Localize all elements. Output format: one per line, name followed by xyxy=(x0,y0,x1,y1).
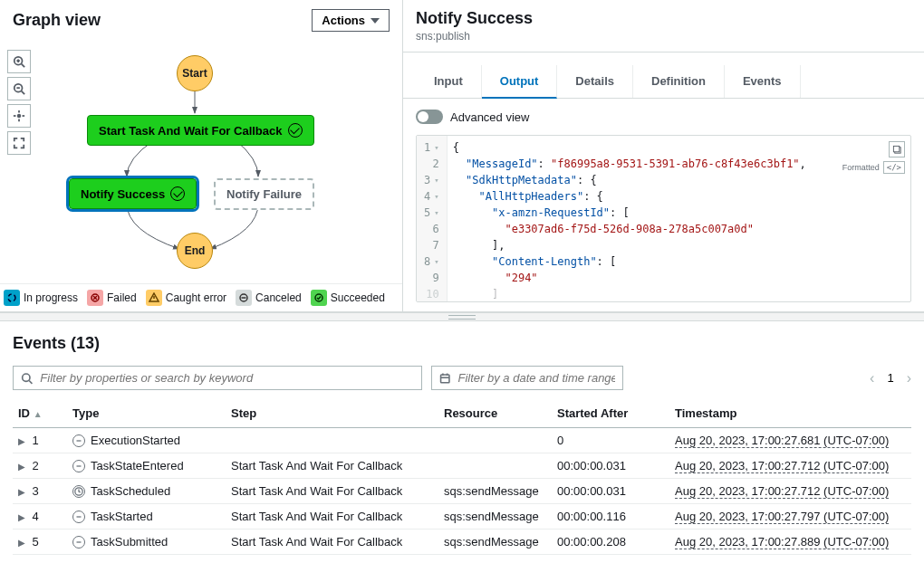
in-progress-icon xyxy=(4,290,20,306)
next-page-button[interactable]: › xyxy=(907,370,911,386)
event-resource: sqs:sendMessage xyxy=(438,479,552,504)
events-title: Events (13) xyxy=(13,334,911,353)
svg-rect-24 xyxy=(893,146,899,151)
svg-point-7 xyxy=(18,115,21,118)
expand-icon[interactable]: ▶ xyxy=(18,462,25,472)
event-type: TaskStateEntered xyxy=(91,459,184,472)
node-notify-success[interactable]: Notify Success xyxy=(69,178,197,209)
tab-output[interactable]: Output xyxy=(482,65,558,99)
node-task-callback[interactable]: Start Task And Wait For Callback xyxy=(87,115,314,146)
event-started: 0 xyxy=(552,428,669,453)
event-timestamp[interactable]: Aug 20, 2023, 17:00:27.797 (UTC-07:00) xyxy=(675,510,889,524)
table-row[interactable]: ▶ 1ExecutionStarted0Aug 20, 2023, 17:00:… xyxy=(13,428,911,453)
svg-line-1 xyxy=(22,64,25,68)
event-timestamp[interactable]: Aug 20, 2023, 17:00:27.889 (UTC-07:00) xyxy=(675,535,889,549)
filter-search[interactable] xyxy=(13,366,422,390)
tab-input[interactable]: Input xyxy=(416,65,482,98)
event-type: TaskSubmitted xyxy=(91,535,168,549)
svg-point-25 xyxy=(23,374,30,381)
event-timestamp[interactable]: Aug 20, 2023, 17:00:27.712 (UTC-07:00) xyxy=(675,459,889,473)
node-end[interactable]: End xyxy=(177,233,213,269)
panel-resizer[interactable] xyxy=(0,312,924,321)
event-started: 00:00:00.116 xyxy=(552,504,669,530)
event-step: Start Task And Wait For Callback xyxy=(226,530,438,555)
success-check-icon xyxy=(288,123,303,138)
event-started: 00:00:00.208 xyxy=(552,530,669,555)
graph-title: Graph view xyxy=(13,11,101,30)
expand-icon[interactable]: ▶ xyxy=(18,436,25,446)
prev-page-button[interactable]: ‹ xyxy=(870,370,874,386)
col-id[interactable]: ID xyxy=(18,406,30,420)
sort-icon: ▲ xyxy=(34,409,43,419)
event-step: Start Task And Wait For Callback xyxy=(226,504,438,530)
filter-date[interactable] xyxy=(431,366,623,390)
table-row[interactable]: ▶ 5TaskSubmittedStart Task And Wait For … xyxy=(13,530,911,555)
tab-details[interactable]: Details xyxy=(557,65,633,98)
page-number: 1 xyxy=(887,371,893,385)
event-started: 00:00:00.031 xyxy=(552,453,669,479)
col-type[interactable]: Type xyxy=(67,399,226,428)
event-type-icon xyxy=(72,536,85,549)
caught-icon xyxy=(146,290,162,306)
expand-icon[interactable]: ▶ xyxy=(18,487,25,497)
output-code: Formatted</> 1 ▾23 ▾4 ▾5 ▾678 ▾910 { "Me… xyxy=(416,135,911,302)
event-resource xyxy=(438,453,552,479)
filter-input[interactable] xyxy=(40,371,414,385)
node-start[interactable]: Start xyxy=(177,55,213,91)
table-row[interactable]: ▶ 4TaskStartedStart Task And Wait For Ca… xyxy=(13,504,911,530)
event-resource: sqs:sendMessage xyxy=(438,504,552,530)
zoom-out-button[interactable] xyxy=(7,77,31,100)
advanced-view-label: Advanced view xyxy=(450,110,529,124)
event-started: 00:00:00.031 xyxy=(552,479,669,504)
succeeded-icon xyxy=(311,290,327,306)
center-button[interactable] xyxy=(7,104,31,128)
formatted-label: Formatted</> xyxy=(842,161,905,174)
event-type: TaskStarted xyxy=(91,510,153,523)
event-type-icon xyxy=(72,434,85,447)
detail-title: Notify Success xyxy=(416,9,911,28)
svg-line-26 xyxy=(29,380,32,383)
event-step xyxy=(226,428,438,453)
expand-icon[interactable]: ▶ xyxy=(18,538,25,548)
pager: ‹ 1 › xyxy=(870,370,911,386)
search-icon xyxy=(21,372,33,385)
col-resource[interactable]: Resource xyxy=(438,399,552,428)
events-table: ID ▲ Type Step Resource Started After Ti… xyxy=(13,399,911,555)
fullscreen-button[interactable] xyxy=(7,131,31,155)
actions-button[interactable]: Actions xyxy=(312,9,390,32)
event-timestamp[interactable]: Aug 20, 2023, 17:00:27.712 (UTC-07:00) xyxy=(675,484,889,499)
expand-icon[interactable]: ▶ xyxy=(18,512,25,522)
events-section: Events (13) ‹ 1 › ID ▲ Type Step Resourc… xyxy=(0,321,924,563)
svg-line-5 xyxy=(22,91,25,95)
zoom-in-button[interactable] xyxy=(7,50,31,73)
canceled-icon xyxy=(236,290,252,306)
event-step: Start Task And Wait For Callback xyxy=(226,453,438,479)
event-step: Start Task And Wait For Callback xyxy=(226,479,438,504)
svg-point-14 xyxy=(8,294,15,301)
date-input[interactable] xyxy=(458,371,615,385)
success-check-icon xyxy=(170,186,185,201)
copy-button[interactable] xyxy=(889,141,905,157)
tabs: Input Output Details Definition Events xyxy=(403,65,924,99)
legend: In progress Failed Caught error Canceled… xyxy=(0,283,402,311)
advanced-view-toggle[interactable] xyxy=(416,110,443,124)
tab-definition[interactable]: Definition xyxy=(633,65,725,98)
event-type-icon xyxy=(72,485,85,498)
detail-subtitle: sns:publish xyxy=(416,30,911,43)
event-type-icon xyxy=(72,460,85,472)
svg-rect-27 xyxy=(441,375,449,383)
event-type: TaskScheduled xyxy=(91,484,170,498)
col-started[interactable]: Started After xyxy=(552,399,669,428)
col-step[interactable]: Step xyxy=(226,399,438,428)
event-timestamp[interactable]: Aug 20, 2023, 17:00:27.681 (UTC-07:00) xyxy=(675,434,889,448)
table-row[interactable]: ▶ 3TaskScheduledStart Task And Wait For … xyxy=(13,479,911,504)
table-row[interactable]: ▶ 2TaskStateEnteredStart Task And Wait F… xyxy=(13,453,911,479)
graph-panel: Graph view Actions Start St xyxy=(0,0,403,311)
tab-events[interactable]: Events xyxy=(725,65,801,98)
node-notify-failure[interactable]: Notify Failure xyxy=(214,178,314,210)
failed-icon xyxy=(87,290,103,306)
col-timestamp[interactable]: Timestamp xyxy=(669,399,911,428)
event-resource: sqs:sendMessage xyxy=(438,530,552,555)
event-resource xyxy=(438,428,552,453)
calendar-icon xyxy=(439,372,451,385)
